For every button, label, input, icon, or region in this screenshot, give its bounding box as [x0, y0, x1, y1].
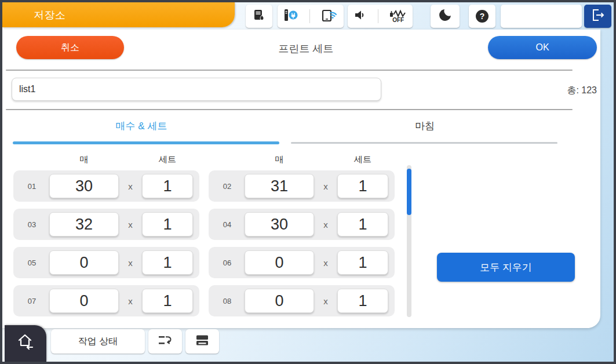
multiply-label: x: [319, 220, 333, 230]
home-button[interactable]: [5, 325, 46, 362]
ethernet-icon: [283, 8, 299, 25]
multiply-label: x: [319, 258, 333, 268]
help-icon: ?: [476, 10, 489, 23]
grid-row: 0130x1: [13, 170, 199, 202]
row-index: 02: [214, 182, 240, 191]
grid-header-group: 매세트: [209, 154, 395, 165]
sets-input[interactable]: 1: [337, 250, 388, 275]
tab-copies-and-sets[interactable]: 매수 & 세트: [2, 119, 280, 133]
row-index: 07: [19, 297, 45, 305]
grid-row: 050x1: [13, 247, 199, 278]
grid-row: 0332x1: [13, 209, 199, 240]
sleep-button[interactable]: [431, 5, 460, 28]
multiply-label: x: [123, 296, 137, 306]
multiply-label: x: [319, 181, 333, 191]
copies-input[interactable]: 31: [245, 174, 314, 198]
grid-row: 060x1: [209, 247, 395, 278]
sets-input[interactable]: 1: [142, 174, 193, 198]
sound-quiet-button[interactable]: OFF: [348, 5, 413, 28]
divider: [309, 9, 310, 23]
grid-row: 0231x1: [209, 170, 395, 202]
grid-row: 080x1: [209, 285, 395, 316]
device-screen: 저장소: [0, 0, 616, 364]
copies-input[interactable]: 0: [245, 289, 314, 313]
sets-input[interactable]: 1: [142, 212, 193, 236]
list-name-field[interactable]: list1: [12, 78, 381, 101]
copies-input[interactable]: 30: [49, 174, 119, 198]
help-button[interactable]: ?: [469, 5, 495, 28]
paper-tray-icon: [195, 333, 210, 350]
copies-input[interactable]: 32: [49, 212, 119, 236]
active-tab-underline: [13, 141, 279, 144]
inactive-tab-underline: [291, 142, 557, 144]
paper-tray-button[interactable]: [185, 329, 219, 354]
logout-button[interactable]: [584, 5, 611, 28]
copies-input[interactable]: 0: [49, 289, 119, 313]
quiet-mode-off-icon: OFF: [389, 9, 407, 23]
list-name-value: list1: [19, 84, 35, 94]
multiply-label: x: [123, 181, 137, 191]
page-title: 프린트 세트: [127, 42, 484, 56]
grid-rows: 0130x10231x10332x10430x1050x1060x1070x10…: [13, 170, 395, 316]
screen-title-tab: 저장소: [2, 2, 235, 27]
divider: [6, 109, 573, 110]
copies-input[interactable]: 0: [245, 250, 314, 275]
copies-input[interactable]: 0: [49, 250, 119, 275]
clear-all-button[interactable]: 모두 지우기: [437, 253, 575, 282]
divider: [378, 9, 378, 23]
row-index: 04: [214, 220, 240, 229]
network-status-button[interactable]: [278, 5, 344, 28]
home-icon: [16, 332, 35, 353]
supply-status-icon: [252, 8, 266, 24]
job-status-button[interactable]: 작업 상태: [51, 329, 145, 354]
grid-row: 070x1: [13, 285, 199, 316]
sets-input[interactable]: 1: [337, 212, 388, 236]
row-index: 05: [19, 259, 45, 267]
copies-header: 매: [49, 154, 119, 165]
scrollbar-thumb[interactable]: [407, 169, 411, 215]
cancel-button[interactable]: 취소: [16, 36, 124, 59]
multiply-label: x: [123, 220, 137, 230]
grid-headers: 매세트매세트: [13, 154, 395, 165]
scrollbar-track[interactable]: [407, 165, 411, 317]
sets-input[interactable]: 1: [337, 174, 388, 198]
job-switch-icon: [158, 333, 173, 350]
sets-header: 세트: [142, 154, 193, 165]
divider: [6, 70, 573, 71]
total-count: 총: 123: [495, 85, 597, 97]
copies-input[interactable]: 30: [245, 212, 314, 236]
quiet-off-label: OFF: [392, 17, 404, 23]
sets-input[interactable]: 1: [142, 289, 193, 313]
sets-header: 세트: [337, 154, 388, 165]
row-index: 03: [19, 220, 45, 229]
logout-icon: [591, 8, 606, 25]
job-switch-button[interactable]: [148, 329, 182, 354]
supply-status-button[interactable]: [246, 5, 272, 28]
row-index: 06: [214, 259, 240, 267]
screen-title: 저장소: [34, 8, 66, 22]
grid-row: 0430x1: [209, 209, 395, 240]
ok-button[interactable]: OK: [488, 36, 597, 59]
copies-header: 매: [245, 154, 314, 165]
grid-header-group: 매세트: [13, 154, 199, 165]
user-status-area: [501, 5, 582, 28]
sets-input[interactable]: 1: [142, 250, 193, 275]
sets-input[interactable]: 1: [337, 289, 388, 313]
multiply-label: x: [319, 296, 333, 306]
row-index: 01: [19, 182, 45, 191]
multiply-label: x: [123, 258, 137, 268]
tab-finishing[interactable]: 마침: [291, 119, 559, 133]
sound-icon: [353, 8, 368, 24]
wifi-icon: [321, 8, 338, 25]
sleep-icon: [438, 8, 452, 24]
row-index: 08: [214, 297, 240, 305]
